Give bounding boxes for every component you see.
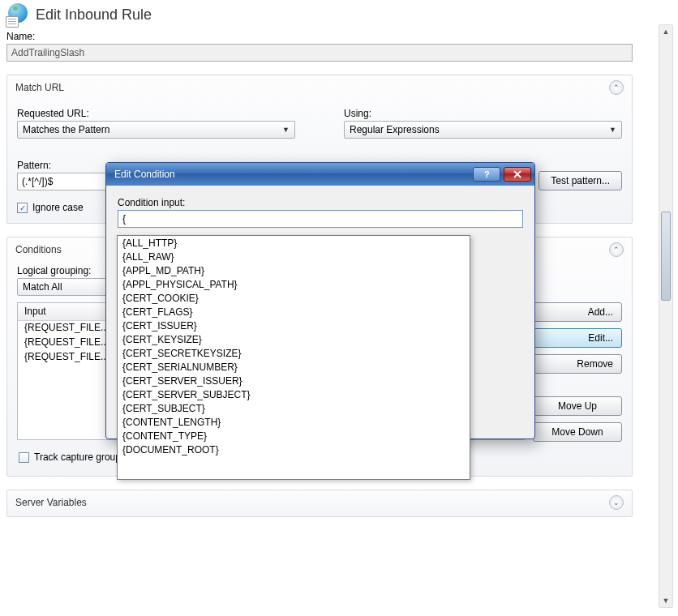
close-icon bbox=[513, 169, 522, 179]
dropdown-option[interactable]: {CERT_SUBJECT} bbox=[118, 401, 470, 415]
test-pattern-button[interactable]: Test pattern... bbox=[539, 171, 622, 190]
name-label: Name: bbox=[6, 31, 633, 42]
condition-input-field[interactable] bbox=[118, 210, 523, 228]
dialog-help-button[interactable]: ? bbox=[473, 167, 500, 182]
ignore-case-label: Ignore case bbox=[32, 202, 84, 213]
dialog-close-button[interactable] bbox=[504, 167, 531, 182]
dropdown-option[interactable]: {CERT_SERVER_SUBJECT} bbox=[118, 387, 470, 401]
dropdown-option[interactable]: {APPL_PHYSICAL_PATH} bbox=[118, 277, 470, 291]
move-up-button[interactable]: Move Up bbox=[533, 396, 622, 416]
match-url-title: Match URL bbox=[15, 82, 64, 93]
server-variables-title: Server Variables bbox=[15, 497, 87, 508]
dropdown-option[interactable]: {APPL_MD_PATH} bbox=[118, 263, 470, 277]
dropdown-option[interactable]: {CERT_KEYSIZE} bbox=[118, 332, 470, 346]
condition-input-label: Condition input: bbox=[118, 197, 523, 208]
page-header: Edit Inbound Rule bbox=[6, 0, 633, 28]
dropdown-option[interactable]: {CONTENT_LENGTH} bbox=[118, 415, 470, 429]
dropdown-option[interactable]: {DOCUMENT_ROOT} bbox=[118, 443, 470, 456]
dialog-title: Edit Condition bbox=[114, 169, 175, 180]
dropdown-option[interactable]: {CERT_COOKIE} bbox=[118, 291, 470, 305]
requested-url-combo[interactable]: Matches the Pattern ▼ bbox=[17, 121, 295, 139]
collapse-match-url-button[interactable]: ⌃ bbox=[609, 80, 624, 95]
edit-condition-button[interactable]: Edit... bbox=[533, 328, 622, 348]
name-input[interactable] bbox=[6, 44, 633, 62]
scrollbar-thumb[interactable] bbox=[661, 212, 671, 301]
chevron-up-icon: ⌃ bbox=[613, 83, 620, 92]
page-title: Edit Inbound Rule bbox=[36, 6, 152, 24]
requested-url-value: Matches the Pattern bbox=[23, 124, 109, 135]
dropdown-option[interactable]: {ALL_HTTP} bbox=[118, 236, 470, 250]
move-down-button[interactable]: Move Down bbox=[533, 422, 622, 442]
chevron-down-icon: ▼ bbox=[609, 126, 616, 134]
using-value: Regular Expressions bbox=[350, 124, 440, 135]
grouping-value: Match All bbox=[23, 281, 62, 293]
dropdown-option[interactable]: {CERT_SERIALNUMBER} bbox=[118, 360, 470, 374]
using-label: Using: bbox=[344, 108, 622, 119]
dropdown-option[interactable]: {CERT_FLAGS} bbox=[118, 305, 470, 319]
dropdown-option[interactable]: {ALL_RAW} bbox=[118, 250, 470, 263]
remove-condition-button[interactable]: Remove bbox=[533, 354, 622, 374]
server-variables-panel: Server Variables ⌄ bbox=[6, 490, 633, 517]
help-icon: ? bbox=[482, 169, 491, 179]
dropdown-option[interactable]: {CONTENT_TYPE} bbox=[118, 429, 470, 443]
ignore-case-checkbox[interactable]: ✓ bbox=[17, 203, 28, 213]
chevron-up-icon: ⌃ bbox=[613, 246, 620, 254]
scroll-up-icon[interactable]: ▲ bbox=[659, 25, 672, 38]
dropdown-option[interactable]: {CERT_SERVER_ISSUER} bbox=[118, 374, 470, 387]
vertical-scrollbar[interactable]: ▲ ▼ bbox=[659, 24, 673, 608]
svg-text:?: ? bbox=[484, 169, 490, 179]
add-condition-button[interactable]: Add... bbox=[533, 302, 622, 322]
collapse-conditions-button[interactable]: ⌃ bbox=[609, 242, 624, 257]
conditions-title: Conditions bbox=[15, 244, 62, 255]
condition-input-dropdown[interactable]: {ALL_HTTP}{ALL_RAW}{APPL_MD_PATH}{APPL_P… bbox=[117, 235, 470, 480]
dropdown-option[interactable]: {CERT_SECRETKEYSIZE} bbox=[118, 346, 470, 360]
using-combo[interactable]: Regular Expressions ▼ bbox=[344, 121, 622, 139]
expand-server-vars-button[interactable]: ⌄ bbox=[609, 495, 624, 510]
chevron-down-icon: ▼ bbox=[282, 126, 290, 134]
dropdown-option[interactable]: {CERT_ISSUER} bbox=[118, 319, 470, 332]
requested-url-label: Requested URL: bbox=[17, 108, 295, 119]
iis-rule-icon bbox=[6, 3, 29, 26]
dialog-titlebar[interactable]: Edit Condition ? bbox=[106, 163, 534, 186]
track-capture-checkbox[interactable] bbox=[19, 452, 29, 463]
chevron-down-icon: ⌄ bbox=[613, 498, 620, 507]
scroll-down-icon[interactable]: ▼ bbox=[659, 594, 672, 607]
